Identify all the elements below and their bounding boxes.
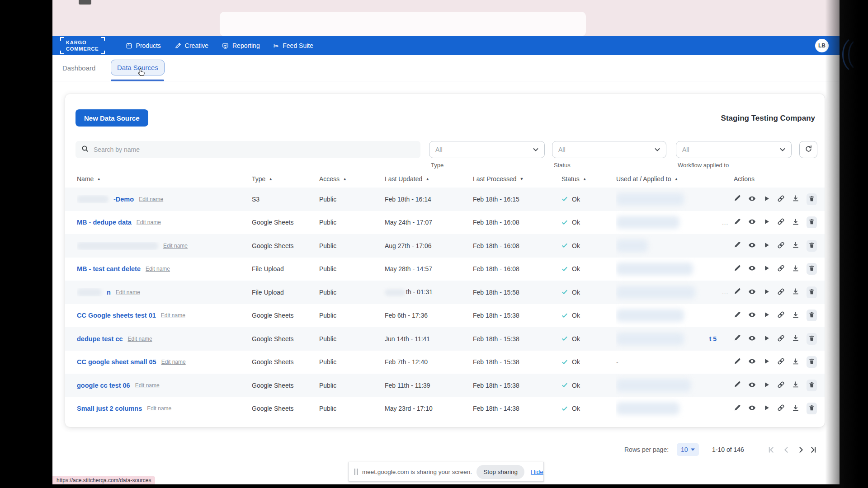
view-action-button[interactable] bbox=[748, 264, 756, 273]
data-source-name[interactable]: -Demo bbox=[113, 196, 134, 203]
run-action-button[interactable] bbox=[763, 265, 770, 273]
previous-page-button[interactable] bbox=[780, 444, 792, 455]
edit-name-link[interactable]: Edit name bbox=[135, 382, 160, 389]
edit-name-link[interactable]: Edit name bbox=[137, 219, 161, 225]
type-filter-select[interactable]: All bbox=[429, 141, 545, 158]
download-action-button[interactable] bbox=[792, 265, 799, 273]
run-action-button[interactable] bbox=[763, 242, 770, 250]
user-avatar[interactable]: LB bbox=[815, 39, 829, 52]
edit-action-button[interactable] bbox=[734, 218, 741, 227]
run-action-button[interactable] bbox=[763, 218, 770, 226]
tab-dashboard[interactable]: Dashboard bbox=[62, 64, 95, 72]
edit-name-link[interactable]: Edit name bbox=[163, 243, 188, 249]
delete-action-button[interactable] bbox=[807, 263, 817, 275]
edit-action-button[interactable] bbox=[734, 358, 741, 366]
delete-action-button[interactable] bbox=[807, 380, 817, 391]
link-action-button[interactable] bbox=[777, 334, 785, 343]
data-source-name[interactable]: google cc test 06 bbox=[77, 382, 130, 389]
edit-name-link[interactable]: Edit name bbox=[116, 289, 140, 296]
nav-reporting[interactable]: Reporting bbox=[222, 42, 260, 49]
used-at-link-fragment[interactable]: t 5 bbox=[709, 335, 717, 343]
link-action-button[interactable] bbox=[777, 381, 785, 390]
view-action-button[interactable] bbox=[748, 311, 756, 320]
view-action-button[interactable] bbox=[748, 195, 756, 204]
data-source-name[interactable]: Small just 2 columns bbox=[77, 405, 142, 412]
download-action-button[interactable] bbox=[792, 358, 799, 366]
delete-action-button[interactable] bbox=[807, 240, 817, 252]
view-action-button[interactable] bbox=[748, 404, 756, 413]
used-at-overflow-ellipsis[interactable]: ... bbox=[722, 219, 728, 226]
nav-feed-suite[interactable]: ✂ Feed Suite bbox=[274, 42, 313, 49]
view-action-button[interactable] bbox=[748, 381, 756, 390]
link-action-button[interactable] bbox=[777, 288, 785, 297]
delete-action-button[interactable] bbox=[807, 193, 817, 205]
edit-action-button[interactable] bbox=[734, 195, 741, 203]
search-input[interactable]: Search by name bbox=[75, 141, 420, 158]
edit-action-button[interactable] bbox=[734, 265, 741, 273]
link-action-button[interactable] bbox=[777, 357, 785, 366]
nav-creative[interactable]: Creative bbox=[175, 42, 208, 49]
view-action-button[interactable] bbox=[748, 288, 756, 297]
refresh-button[interactable] bbox=[799, 141, 817, 158]
column-header-status[interactable]: Status▲ bbox=[561, 172, 616, 186]
download-action-button[interactable] bbox=[792, 218, 799, 227]
delete-action-button[interactable] bbox=[807, 333, 817, 345]
view-action-button[interactable] bbox=[748, 218, 756, 227]
data-source-name[interactable]: CC google sheet small 05 bbox=[77, 358, 156, 366]
edit-action-button[interactable] bbox=[734, 241, 741, 250]
link-action-button[interactable] bbox=[777, 264, 785, 273]
edit-name-link[interactable]: Edit name bbox=[161, 312, 185, 319]
download-action-button[interactable] bbox=[792, 311, 799, 320]
run-action-button[interactable] bbox=[763, 195, 770, 203]
run-action-button[interactable] bbox=[763, 358, 770, 366]
delete-action-button[interactable] bbox=[807, 216, 817, 228]
link-action-button[interactable] bbox=[777, 311, 785, 320]
delete-action-button[interactable] bbox=[807, 286, 817, 298]
link-action-button[interactable] bbox=[777, 241, 785, 250]
run-action-button[interactable] bbox=[763, 404, 770, 413]
used-at-overflow-ellipsis[interactable]: ... bbox=[722, 289, 728, 296]
run-action-button[interactable] bbox=[763, 311, 770, 319]
column-header-access[interactable]: Access▲ bbox=[319, 172, 385, 186]
kargo-commerce-logo[interactable]: KARGO COMMERCE bbox=[60, 37, 105, 55]
edit-name-link[interactable]: Edit name bbox=[139, 196, 163, 202]
download-action-button[interactable] bbox=[792, 334, 799, 343]
delete-action-button[interactable] bbox=[807, 310, 817, 321]
column-header-last-processed[interactable]: Last Processed▼ bbox=[473, 172, 561, 186]
view-action-button[interactable] bbox=[748, 334, 756, 343]
download-action-button[interactable] bbox=[792, 404, 799, 413]
hide-toast-link[interactable]: Hide bbox=[531, 469, 543, 475]
link-action-button[interactable] bbox=[777, 195, 785, 204]
data-source-name[interactable]: dedupe test cc bbox=[77, 335, 123, 343]
data-source-name[interactable]: MB - test cant delete bbox=[77, 265, 141, 272]
run-action-button[interactable] bbox=[763, 288, 770, 296]
edit-action-button[interactable] bbox=[734, 288, 741, 296]
download-action-button[interactable] bbox=[792, 241, 799, 250]
edit-action-button[interactable] bbox=[734, 334, 741, 343]
run-action-button[interactable] bbox=[763, 381, 770, 389]
new-data-source-button[interactable]: New Data Source bbox=[75, 109, 148, 127]
column-header-name[interactable]: Name▲ bbox=[77, 172, 252, 186]
download-action-button[interactable] bbox=[792, 381, 799, 389]
edit-action-button[interactable] bbox=[734, 311, 741, 320]
run-action-button[interactable] bbox=[763, 335, 770, 343]
data-source-name[interactable]: MB - dedupe data bbox=[77, 219, 132, 226]
edit-name-link[interactable]: Edit name bbox=[128, 336, 152, 342]
column-header-last-updated[interactable]: Last Updated▲ bbox=[385, 172, 473, 186]
download-action-button[interactable] bbox=[792, 195, 799, 203]
last-page-button[interactable] bbox=[807, 444, 819, 455]
edit-name-link[interactable]: Edit name bbox=[161, 359, 186, 365]
data-source-name[interactable]: CC Google sheets test 01 bbox=[77, 312, 156, 319]
link-action-button[interactable] bbox=[777, 218, 785, 227]
workflow-filter-select[interactable]: All bbox=[676, 141, 792, 158]
nav-products[interactable]: Products bbox=[126, 42, 161, 49]
stop-sharing-button[interactable]: Stop sharing bbox=[476, 465, 524, 479]
next-page-button[interactable] bbox=[795, 444, 807, 455]
first-page-button[interactable] bbox=[765, 444, 777, 455]
view-action-button[interactable] bbox=[748, 241, 756, 250]
column-header-used-at-applied-to[interactable]: Used at / Applied to▲ bbox=[616, 172, 734, 186]
status-filter-select[interactable]: All bbox=[552, 141, 666, 158]
edit-name-link[interactable]: Edit name bbox=[146, 266, 170, 272]
link-action-button[interactable] bbox=[777, 404, 785, 413]
edit-name-link[interactable]: Edit name bbox=[147, 405, 171, 412]
